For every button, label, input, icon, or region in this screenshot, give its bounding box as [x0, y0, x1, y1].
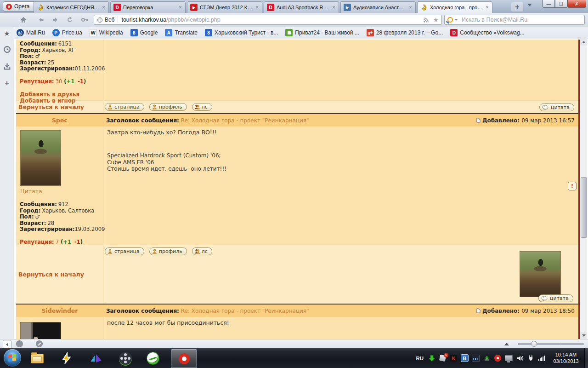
- post2-author-link[interactable]: Spec: [16, 117, 103, 124]
- tray-b-app-icon[interactable]: [461, 354, 469, 362]
- tray-eject-icon[interactable]: [439, 354, 447, 362]
- maximize-button[interactable]: ❐: [555, 0, 567, 8]
- close-button[interactable]: ✗: [567, 0, 586, 8]
- tray-kaspersky-icon[interactable]: [450, 354, 458, 362]
- taskbar-clock[interactable]: 10:14 AM 03/10/2013: [549, 351, 582, 364]
- tray-display-icon[interactable]: [505, 354, 513, 362]
- tab-close-icon[interactable]: ×: [102, 4, 106, 11]
- tray-power-plug-icon[interactable]: [527, 354, 535, 362]
- bookmark-volkswagen[interactable]: Сообщество «Volkswag...: [450, 29, 524, 36]
- back-to-top-link[interactable]: Вернуться к началу: [18, 104, 84, 110]
- tab-close-icon[interactable]: ×: [332, 4, 336, 11]
- quoted-photo[interactable]: [520, 251, 561, 297]
- post3-body-text: после 12 часов мог бы присоединиться!: [107, 319, 575, 326]
- tray-network-signal-icon[interactable]: [538, 355, 546, 361]
- scroll-up-arrow[interactable]: [580, 39, 587, 46]
- tray-monitor-graph-icon[interactable]: [472, 354, 480, 362]
- page-button[interactable]: страница: [105, 247, 144, 255]
- bookmark-gplus[interactable]: 28 февраля 2013 г. – Go...: [367, 29, 443, 36]
- tab-close-icon[interactable]: ×: [408, 4, 413, 11]
- language-indicator[interactable]: RU: [416, 356, 424, 361]
- bookmark-translate[interactable]: Translate: [165, 29, 198, 36]
- tab-close-icon[interactable]: ×: [178, 4, 182, 11]
- quote-text-link[interactable]: Цитата: [20, 188, 42, 195]
- post2-avatar[interactable]: [20, 130, 61, 186]
- subject-link[interactable]: Re: Холодная гора - проект "Реинкарнация…: [181, 117, 309, 124]
- reload-button[interactable]: [65, 15, 75, 24]
- back-button[interactable]: [36, 15, 46, 24]
- bookmark-wikipedia[interactable]: Wikipedia: [90, 29, 123, 36]
- bookmark-privat24[interactable]: Приват24 - Ваш живой ...: [285, 29, 359, 36]
- post3-author-link[interactable]: Sidewinder: [16, 307, 103, 314]
- tab-close-icon[interactable]: ×: [255, 4, 259, 11]
- winamp-taskbar-icon[interactable]: [58, 350, 75, 367]
- rep-minus-link[interactable]: -1: [78, 78, 84, 85]
- quote-button[interactable]: ”цитата: [538, 294, 573, 302]
- profile-button[interactable]: профиль: [149, 103, 187, 111]
- rep-minus-link[interactable]: -1: [74, 239, 80, 245]
- two-person-icon: [195, 104, 200, 109]
- post3-avatar[interactable]: [20, 322, 61, 339]
- bookmark-star-icon[interactable]: ★: [433, 16, 439, 23]
- downloads-panel-icon[interactable]: [0, 63, 14, 70]
- history-panel-icon[interactable]: [0, 46, 14, 53]
- sync-status-icon[interactable]: [16, 340, 23, 347]
- site-badge[interactable]: Веб: [97, 17, 118, 23]
- tray-download-arrow-icon[interactable]: [428, 354, 435, 362]
- back-to-top-link[interactable]: Вернуться к началу: [18, 271, 84, 278]
- tab-stem-dnepr[interactable]: СТЭМ Днепр 2012 КВ... ×: [187, 1, 262, 13]
- download-master-taskbar-icon[interactable]: [144, 350, 162, 367]
- bookmarks-panel-icon[interactable]: ★: [0, 29, 14, 38]
- address-bar[interactable]: Веб tourist.kharkov.ua/phpbb/viewtopic.p…: [94, 15, 442, 25]
- tray-opera-icon[interactable]: [494, 354, 502, 362]
- minimize-button[interactable]: —: [543, 0, 555, 8]
- media-player-taskbar-icon[interactable]: [117, 350, 134, 367]
- report-post-button[interactable]: !: [568, 182, 577, 190]
- profile-button[interactable]: профиль: [149, 247, 187, 255]
- rep-plus-link[interactable]: +1: [63, 239, 71, 245]
- scrollbar-thumb[interactable]: [581, 177, 587, 238]
- search-engine-dropdown-icon[interactable]: [454, 19, 458, 21]
- tab-close-icon[interactable]: ×: [485, 4, 489, 11]
- bookmark-mailru[interactable]: Mail.Ru: [17, 29, 45, 36]
- tab-kholodnaya-gora-active[interactable]: Холодная гора - прое... ×: [417, 1, 492, 13]
- page-button[interactable]: страница: [105, 103, 144, 111]
- tab-audio[interactable]: Аудиозаписи Анастас... ×: [340, 1, 416, 13]
- pm-button[interactable]: лс: [192, 247, 212, 255]
- show-desktop-button[interactable]: [584, 348, 588, 368]
- home-button[interactable]: [18, 15, 28, 24]
- subject-link[interactable]: Re: Холодная гора - проект "Реинкарнация…: [181, 308, 309, 314]
- quote-button[interactable]: ”цитата: [539, 104, 574, 111]
- zoom-slider-handle[interactable]: [531, 341, 537, 347]
- forward-button[interactable]: [51, 15, 61, 24]
- add-panel-icon[interactable]: +: [0, 79, 14, 88]
- tray-green-arrow-icon[interactable]: [483, 354, 491, 362]
- link-sync-button[interactable]: [79, 15, 90, 24]
- rss-icon[interactable]: [423, 17, 429, 23]
- two-person-icon: [195, 249, 200, 254]
- rep-plus-link[interactable]: +1: [67, 78, 75, 85]
- bookmark-tourist[interactable]: Харьковский Турист - в...: [205, 29, 278, 36]
- explorer-taskbar-icon[interactable]: [28, 350, 46, 367]
- tab-list-dropdown-icon[interactable]: [527, 4, 532, 6]
- bookmark-price[interactable]: Price.ua: [52, 29, 82, 36]
- add-friend-link[interactable]: Добавить в друзья: [20, 91, 99, 98]
- pm-button[interactable]: лс: [192, 103, 212, 111]
- zoom-slider[interactable]: [518, 343, 584, 345]
- new-tab-button[interactable]: +: [511, 2, 523, 12]
- start-button[interactable]: [4, 349, 21, 367]
- page-scrollbar[interactable]: [580, 39, 587, 339]
- messenger-taskbar-icon[interactable]: [87, 350, 105, 367]
- tab-audi[interactable]: Audi A3 Sportback RS ... ×: [264, 1, 339, 13]
- search-input[interactable]: [461, 16, 582, 23]
- scroll-down-arrow[interactable]: [580, 332, 587, 339]
- unite-status-icon[interactable]: [36, 340, 43, 347]
- opera-taskbar-button-active[interactable]: [171, 349, 197, 368]
- tab-katayemsya[interactable]: Катаемся СЕГОДНЯ и ... ×: [34, 1, 109, 13]
- panel-toggle-button[interactable]: [3, 340, 11, 349]
- tray-volume-icon[interactable]: [516, 354, 524, 362]
- zoom-menu-icon[interactable]: [504, 343, 509, 345]
- bookmark-google[interactable]: Google: [130, 29, 158, 36]
- tab-peregovorka[interactable]: Переговорка ×: [110, 1, 186, 13]
- search-box[interactable]: [444, 15, 585, 25]
